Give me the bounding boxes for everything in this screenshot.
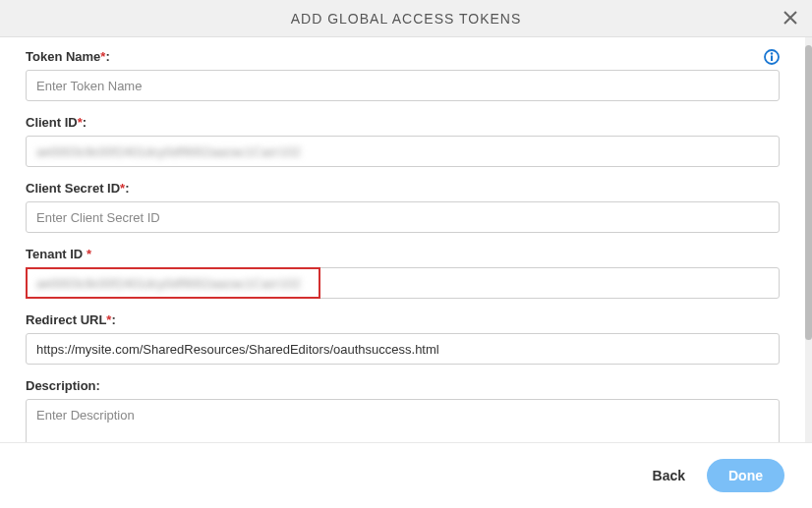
redirect-url-label: Redirect URL*: — [26, 312, 780, 327]
dialog-header: ADD GLOBAL ACCESS TOKENS — [0, 0, 812, 37]
client-id-redacted-value: ae0003c9c00f2401dcy0df9002aazac1Cazr102 — [36, 144, 301, 159]
tenant-id-redacted-value: ae0003c9c00f2401dcy0df9002aazac1Cazr102 — [36, 276, 301, 291]
description-label: Description: — [26, 378, 780, 393]
scrollbar-thumb[interactable] — [805, 45, 812, 340]
dialog-title: ADD GLOBAL ACCESS TOKENS — [291, 11, 522, 27]
form-area: Token Name*: Client ID*: ae0003c9c00f240… — [0, 37, 805, 442]
token-name-input[interactable] — [26, 70, 780, 101]
redirect-url-group: Redirect URL*: — [26, 312, 780, 365]
dialog-footer: Back Done — [0, 442, 812, 507]
token-name-label: Token Name*: — [26, 49, 780, 64]
client-id-label: Client ID*: — [26, 115, 780, 130]
tenant-id-input[interactable]: ae0003c9c00f2401dcy0df9002aazac1Cazr102 — [26, 267, 780, 299]
close-icon[interactable] — [779, 4, 802, 33]
redirect-url-input[interactable] — [26, 333, 780, 365]
description-group: Description: — [26, 378, 780, 442]
content-wrapper: Token Name*: Client ID*: ae0003c9c00f240… — [0, 37, 812, 442]
tenant-id-group: Tenant ID * ae0003c9c00f2401dcy0df9002aa… — [26, 247, 780, 299]
scrollbar-track[interactable] — [805, 37, 812, 442]
done-button[interactable]: Done — [707, 459, 784, 492]
token-name-group: Token Name*: — [26, 49, 780, 101]
client-secret-input[interactable] — [26, 201, 780, 233]
tenant-id-label: Tenant ID * — [26, 247, 780, 261]
client-id-input[interactable]: ae0003c9c00f2401dcy0df9002aazac1Cazr102 — [26, 136, 780, 167]
client-id-group: Client ID*: ae0003c9c00f2401dcy0df9002aa… — [26, 115, 780, 167]
client-secret-label: Client Secret ID*: — [26, 181, 780, 196]
client-secret-group: Client Secret ID*: — [26, 181, 780, 233]
back-button[interactable]: Back — [649, 460, 689, 491]
description-textarea[interactable] — [26, 399, 780, 442]
